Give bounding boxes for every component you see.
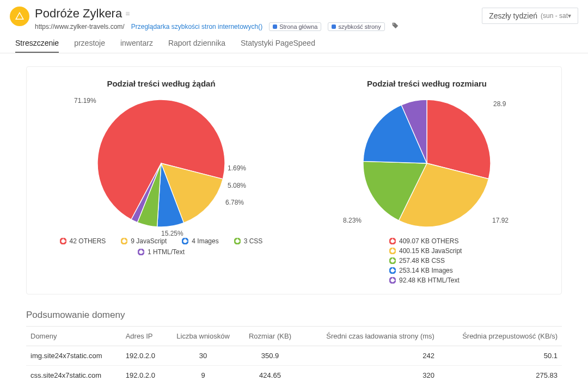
legend: 42 OTHERS9 JavaScript4 Images3 CSS1 HTML… — [42, 237, 280, 256]
chart-requests: Podział treści według żądań 71.19% 15.25… — [42, 79, 280, 284]
callout: 71.19% — [74, 97, 96, 105]
table-cell: 192.0.2.0 — [121, 346, 167, 366]
callout: 1.69% — [228, 164, 246, 172]
tab-downtime[interactable]: przestoje — [74, 39, 105, 53]
tab-inventory[interactable]: inwentarz — [120, 39, 153, 53]
table-cell: 242 — [301, 346, 439, 366]
legend-item: 4 Images — [182, 237, 218, 245]
table-cell: 320 — [301, 366, 439, 382]
pie-chart-requests — [90, 93, 232, 234]
callout: 28.9 — [493, 100, 506, 108]
site-url: https://www.zylker-travels.com/ — [35, 23, 125, 30]
table-cell: css.site24x7static.com — [26, 366, 121, 382]
table-header: Średnia przepustowość (KB/s) — [439, 327, 562, 346]
table-heading: Podsumowanie domeny — [26, 310, 562, 321]
table-header: Domeny — [26, 327, 121, 346]
domain-summary: Podsumowanie domeny DomenyAdres IPLiczba… — [26, 310, 562, 381]
chip-homepage[interactable]: Strona główna — [269, 22, 321, 31]
tab-log-report[interactable]: Raport dziennika — [168, 39, 225, 53]
table-cell: 424.65 — [240, 366, 300, 382]
browser-link[interactable]: Przeglądarka szybkości stron internetowy… — [131, 23, 262, 30]
tab-summary[interactable]: Streszczenie — [15, 39, 59, 53]
callout: 15.25% — [161, 230, 183, 237]
table-cell: 9 — [167, 366, 240, 382]
chip-label: Strona główna — [279, 23, 317, 30]
legend: 409.07 KB OTHERS400.15 KB JavaScript257.… — [389, 237, 546, 284]
table-cell: 350.9 — [240, 346, 300, 366]
legend-item: 409.07 KB OTHERS — [389, 237, 458, 245]
legend-item: 1 HTML/Text — [138, 248, 185, 256]
period-label: Zeszły tydzień — [489, 11, 537, 20]
pie-chart-size — [356, 93, 498, 234]
domain-table: DomenyAdres IPLiczba wnioskówRozmiar (KB… — [26, 326, 562, 381]
legend-item: 92.48 KB HTML/Text — [389, 276, 460, 284]
period-selector[interactable]: Zeszły tydzień (sun - sat▾ — [482, 8, 578, 24]
legend-item: 257.48 KB CSS — [389, 257, 445, 265]
legend-item: 3 CSS — [234, 237, 263, 245]
chip-pagespeed[interactable]: szybkość strony — [328, 22, 384, 31]
callout: 6.78% — [225, 199, 244, 206]
tabs: Streszczenie przestoje inwentarz Raport … — [0, 31, 588, 53]
chart-size: Podział treści według rozmiaru 28.9 8.23… — [308, 79, 546, 284]
table-row: css.site24x7static.com192.0.2.09424.6532… — [26, 366, 562, 382]
page-title: Podróże Zylkera — [35, 7, 122, 21]
logo-icon — [10, 7, 29, 26]
callout: 17.92 — [492, 217, 509, 224]
tag-icon[interactable] — [391, 22, 399, 31]
table-header: Rozmiar (KB) — [240, 327, 300, 346]
chart-title: Podział treści według żądań — [42, 79, 280, 88]
callout: 8.23% — [343, 217, 362, 224]
tab-pagespeed[interactable]: Statystyki PageSpeed — [241, 39, 315, 53]
table-cell: 192.0.2.0 — [121, 366, 167, 382]
legend-item: 42 OTHERS — [60, 237, 106, 245]
table-cell: img.site24x7static.com — [26, 346, 121, 366]
table-header: Liczba wniosków — [167, 327, 240, 346]
chip-label: szybkość strony — [338, 23, 381, 30]
table-cell: 50.1 — [439, 346, 562, 366]
period-range: (sun - sat▾ — [541, 12, 571, 20]
page-header: Podróże Zylkera ≡ https://www.zylker-tra… — [0, 0, 588, 31]
chart-title: Podział treści według rozmiaru — [308, 79, 546, 88]
table-header: Średni czas ładowania strony (ms) — [301, 327, 439, 346]
callout: 5.08% — [228, 182, 246, 189]
legend-item: 253.14 KB Images — [389, 267, 453, 274]
legend-item: 400.15 KB JavaScript — [389, 247, 462, 255]
table-cell: 30 — [167, 346, 240, 366]
table-header: Adres IP — [121, 327, 167, 346]
table-row: img.site24x7static.com192.0.2.030350.924… — [26, 346, 562, 366]
svg-point-0 — [393, 23, 394, 24]
menu-icon[interactable]: ≡ — [125, 11, 130, 16]
table-cell: 275.83 — [439, 366, 562, 382]
legend-item: 9 JavaScript — [121, 237, 167, 245]
charts-card: Podział treści według żądań 71.19% 15.25… — [26, 66, 562, 294]
